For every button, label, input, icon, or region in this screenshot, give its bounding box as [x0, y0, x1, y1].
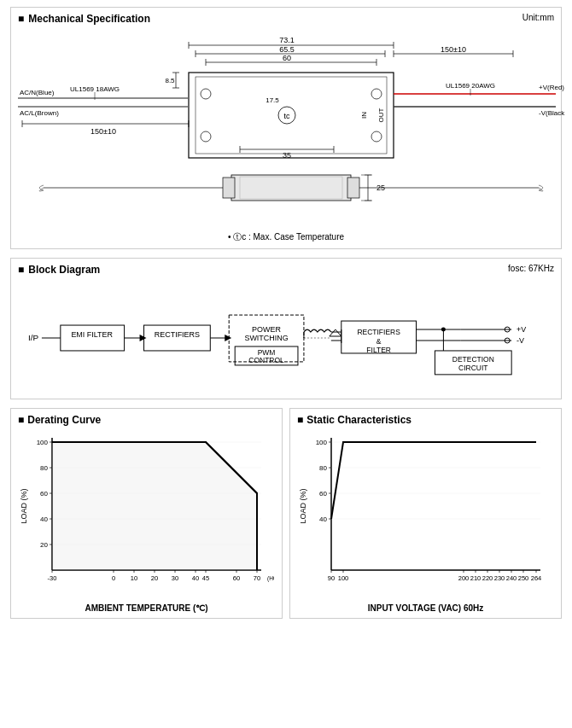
- svg-text:25: 25: [376, 183, 385, 192]
- svg-text:&: &: [376, 337, 382, 346]
- block-svg: I/P EMI FILTER RECTIFIERS POWER SWITCHIN…: [18, 282, 554, 393]
- charts-row: Derating Curve LOAD (%) 100 80 60: [10, 408, 562, 619]
- svg-text:45: 45: [202, 574, 209, 582]
- static-chart: LOAD (%) 100 80 60 40 90 100: [297, 429, 554, 602]
- svg-rect-17: [196, 77, 387, 154]
- block-section: Block Diagram fosc: 67KHz I/P EMI FILTER…: [10, 258, 562, 399]
- svg-marker-85: [330, 329, 341, 336]
- svg-text:100: 100: [37, 439, 49, 446]
- ip-label: I/P: [28, 333, 39, 342]
- svg-text:OUT: OUT: [377, 108, 385, 122]
- mechanical-section: Mechanical Specification Unit:mm 73.1 65…: [10, 7, 562, 249]
- derating-section: Derating Curve LOAD (%) 100 80 60: [10, 408, 283, 619]
- svg-text:65.5: 65.5: [279, 45, 295, 54]
- svg-text:200: 200: [458, 574, 470, 582]
- svg-text:CONTROL: CONTROL: [248, 356, 284, 364]
- svg-text:0: 0: [112, 574, 115, 582]
- svg-text:UL1569 18AWG: UL1569 18AWG: [70, 85, 120, 93]
- svg-text:250: 250: [518, 574, 529, 582]
- svg-text:EMI FILTER: EMI FILTER: [71, 330, 113, 339]
- svg-text:60: 60: [283, 54, 291, 62]
- svg-text:60: 60: [233, 574, 240, 582]
- svg-text:20: 20: [151, 574, 158, 582]
- block-title: Block Diagram: [18, 264, 554, 276]
- svg-text:100: 100: [316, 439, 328, 446]
- page: Mechanical Specification Unit:mm 73.1 65…: [0, 0, 572, 626]
- svg-text:-30: -30: [48, 574, 57, 582]
- svg-text:210: 210: [470, 574, 482, 582]
- svg-text:+V(Red): +V(Red): [539, 84, 564, 91]
- svg-text:40: 40: [40, 515, 48, 523]
- svg-text:FILTER: FILTER: [366, 346, 391, 354]
- static-section: Static Characteristics LOAD (%) 100 80 6…: [289, 408, 562, 619]
- svg-rect-54: [223, 178, 235, 198]
- svg-text:230: 230: [494, 574, 505, 582]
- svg-text:150±10: 150±10: [90, 127, 116, 136]
- svg-marker-66: [140, 335, 147, 341]
- svg-text:8.5: 8.5: [165, 77, 175, 84]
- svg-text:30: 30: [172, 574, 178, 582]
- svg-text:17.5: 17.5: [266, 96, 279, 104]
- svg-text:90: 90: [328, 574, 335, 582]
- svg-point-23: [371, 131, 382, 142]
- svg-text:20: 20: [40, 541, 48, 549]
- svg-text:-V(Black): -V(Black): [539, 109, 564, 117]
- svg-text:220: 220: [482, 574, 493, 582]
- unit-label: Unit:mm: [522, 13, 554, 22]
- svg-rect-55: [347, 178, 359, 198]
- block-diagram: I/P EMI FILTER RECTIFIERS POWER SWITCHIN…: [18, 282, 554, 393]
- static-title: Static Characteristics: [297, 414, 554, 426]
- static-xlabel: INPUT VOLTAGE (VAC) 60Hz: [297, 603, 554, 613]
- svg-text:UL1569 20AWG: UL1569 20AWG: [446, 82, 495, 90]
- svg-text:POWER: POWER: [252, 325, 281, 334]
- static-svg: LOAD (%) 100 80 60 40 90 100: [297, 429, 553, 600]
- svg-text:80: 80: [319, 464, 327, 472]
- svg-rect-52: [231, 175, 351, 201]
- svg-text:LOAD (%): LOAD (%): [20, 488, 28, 523]
- svg-text:35: 35: [283, 151, 291, 160]
- svg-text:(HORIZONTAL): (HORIZONTAL): [267, 575, 274, 582]
- mech-svg: 73.1 65.5 60 150±10: [18, 30, 564, 226]
- svg-text:40: 40: [319, 515, 327, 523]
- svg-text:40: 40: [192, 574, 199, 582]
- svg-point-22: [371, 89, 382, 99]
- svg-text:70: 70: [254, 574, 260, 582]
- svg-text:DETECTION: DETECTION: [452, 355, 494, 364]
- svg-text:RECTIFIERS: RECTIFIERS: [357, 328, 400, 336]
- svg-point-20: [201, 89, 211, 99]
- mechanical-title: Mechanical Specification: [18, 13, 554, 25]
- svg-text:IN: IN: [360, 112, 368, 119]
- svg-text:AC/N(Blue): AC/N(Blue): [20, 89, 55, 96]
- svg-marker-70: [225, 335, 231, 341]
- derating-chart: LOAD (%) 100 80 60 40 20 -30: [18, 429, 275, 602]
- derating-title: Derating Curve: [18, 414, 275, 426]
- svg-marker-137: [52, 442, 257, 570]
- mechanical-diagram: 73.1 65.5 60 150±10: [18, 30, 554, 228]
- svg-text:RECTIFIERS: RECTIFIERS: [155, 330, 200, 339]
- mech-note: • ⓣc : Max. Case Temperature: [18, 231, 554, 243]
- svg-text:AC/L(Brown): AC/L(Brown): [20, 109, 59, 117]
- svg-text:100: 100: [338, 574, 349, 582]
- svg-text:CIRCUIT: CIRCUIT: [458, 364, 487, 372]
- svg-text:240: 240: [506, 574, 517, 582]
- fosc-label: fosc: 67KHz: [508, 264, 554, 273]
- derating-xlabel: AMBIENT TEMPERATURE (℃): [18, 603, 275, 613]
- svg-text:tc: tc: [283, 112, 290, 120]
- svg-text:SWITCHING: SWITCHING: [244, 334, 288, 342]
- svg-text:150±10: 150±10: [441, 45, 466, 54]
- svg-text:73.1: 73.1: [279, 36, 295, 44]
- derating-svg: LOAD (%) 100 80 60 40 20 -30: [18, 429, 274, 600]
- svg-text:LOAD (%): LOAD (%): [299, 488, 307, 523]
- svg-text:-V: -V: [517, 336, 524, 345]
- svg-text:60: 60: [319, 490, 327, 498]
- svg-text:+V: +V: [517, 325, 526, 334]
- svg-text:264: 264: [531, 574, 542, 582]
- svg-point-21: [201, 131, 211, 142]
- svg-text:80: 80: [40, 464, 48, 472]
- svg-text:10: 10: [131, 574, 137, 582]
- svg-text:60: 60: [40, 490, 48, 498]
